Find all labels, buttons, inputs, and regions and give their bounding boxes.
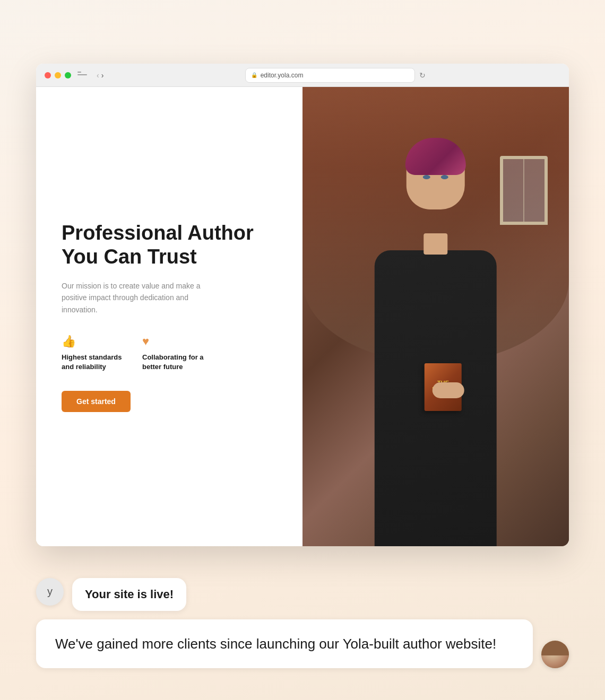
- thumbs-up-icon: 👍: [62, 335, 125, 348]
- yola-avatar: y: [36, 578, 64, 606]
- maximize-button[interactable]: [65, 72, 71, 78]
- chat-row-notification: y Your site is live!: [36, 578, 569, 611]
- right-panel: THE DOME: [302, 87, 569, 546]
- address-bar[interactable]: 🔒 editor.yola.com: [245, 68, 415, 83]
- traffic-lights: [45, 72, 71, 78]
- close-button[interactable]: [45, 72, 51, 78]
- chat-row-testimonial: We've gained more clients since launchin…: [36, 619, 569, 668]
- author-left-eye: [423, 175, 430, 179]
- author-right-eye: [441, 175, 448, 179]
- reload-button[interactable]: ↻: [419, 71, 426, 80]
- left-panel: Professional Author You Can Trust Our mi…: [36, 87, 302, 546]
- browser-window: ‹ › 🔒 editor.yola.com ↻ Professional Aut…: [36, 64, 569, 546]
- get-started-button[interactable]: Get started: [62, 391, 131, 412]
- nav-arrows: ‹ ›: [97, 71, 103, 80]
- yola-initial: y: [47, 585, 53, 598]
- author-figure: THE DOME: [336, 124, 536, 546]
- feature-label-2: Collaborating for a better future: [142, 353, 206, 372]
- feature-label-1: Highest standards and reliability: [62, 353, 125, 372]
- site-live-bubble: Your site is live!: [72, 578, 186, 611]
- heart-icon: ♥: [142, 335, 206, 348]
- website-content: Professional Author You Can Trust Our mi…: [36, 87, 569, 546]
- hero-title: Professional Author You Can Trust: [62, 221, 277, 269]
- testimonial-text: We've gained more clients since launchin…: [55, 636, 496, 652]
- hero-subtitle: Our mission is to create value and make …: [62, 280, 210, 316]
- author-hair: [405, 138, 466, 175]
- notification-text: Your site is live!: [85, 588, 174, 601]
- browser-chrome: ‹ › 🔒 editor.yola.com ↻: [36, 64, 569, 87]
- back-arrow[interactable]: ‹: [97, 71, 99, 80]
- address-bar-container: 🔒 editor.yola.com ↻: [110, 68, 560, 83]
- lock-icon: 🔒: [251, 72, 257, 78]
- features-row: 👍 Highest standards and reliability ♥ Co…: [62, 335, 277, 372]
- hero-image: THE DOME: [302, 87, 569, 546]
- user-avatar: [541, 641, 569, 668]
- feature-item-1: 👍 Highest standards and reliability: [62, 335, 125, 372]
- chat-section: y Your site is live! We've gained more c…: [36, 578, 569, 668]
- url-text: editor.yola.com: [261, 72, 304, 79]
- author-head: [407, 141, 465, 209]
- avatar-hair: [541, 641, 569, 655]
- forward-arrow[interactable]: ›: [101, 71, 104, 80]
- testimonial-bubble: We've gained more clients since launchin…: [36, 619, 533, 668]
- author-hand: [433, 382, 464, 398]
- author-neck: [424, 233, 448, 255]
- user-avatar-image: [541, 641, 569, 668]
- sidebar-icon[interactable]: [77, 72, 87, 79]
- feature-item-2: ♥ Collaborating for a better future: [142, 335, 206, 372]
- minimize-button[interactable]: [55, 72, 61, 78]
